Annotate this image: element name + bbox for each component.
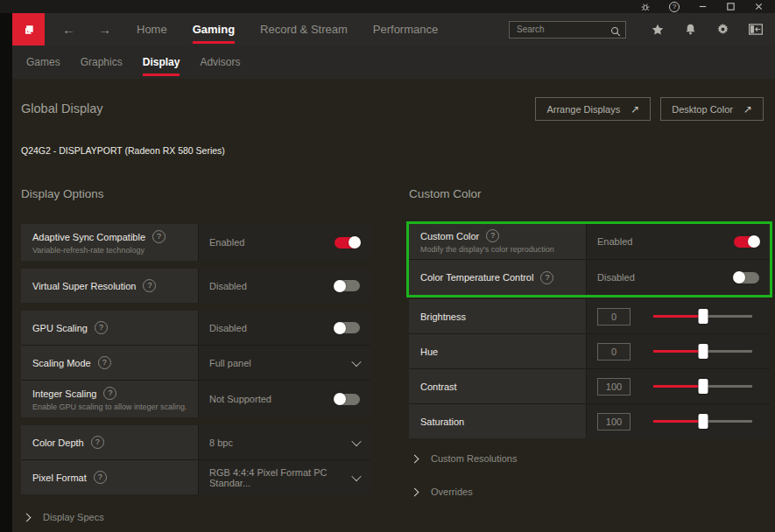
minimize-icon[interactable] [698,2,708,11]
setting-label: Custom Color [420,231,479,242]
nav-tab-gaming[interactable]: Gaming [193,13,235,46]
contrast-value-input[interactable] [597,378,631,396]
subnav-tab-graphics[interactable]: Graphics [81,46,123,79]
virtual-super-resolution-toggle[interactable] [335,280,360,291]
brightness-value-input[interactable] [597,308,631,326]
settings-icon[interactable] [716,23,729,36]
help-icon[interactable]: ? [669,2,680,12]
setting-label: Scaling Mode [32,358,91,368]
help-icon[interactable]: ? [152,230,166,243]
setting-row-adaptive-sync-compatible: Adaptive Sync Compatible?Variable-refres… [21,224,370,261]
hue-value-input[interactable] [597,343,631,360]
slider-fill [653,420,703,423]
setting-value-cell: Disabled [198,311,370,345]
setting-value-cell: Enabled [198,224,370,261]
custom-color-column: Custom Color Custom Color?Modify the dis… [409,187,770,497]
expander-label: Display Specs [43,512,104,522]
slider-thumb[interactable] [698,414,708,429]
titlebar: ? [0,0,775,13]
settings-card-highlighted: Custom Color?Modify the display's color … [409,224,770,295]
slider-thumb[interactable] [698,344,708,359]
help-icon[interactable]: ? [94,471,107,484]
setting-value: Full panel [209,358,353,368]
pixel-format-dropdown[interactable]: RGB 4:4:4 Pixel Format PC Standar... [198,460,370,494]
display-device-name: Q24G2 - DISPLAYPORT (Radeon RX 580 Serie… [21,145,225,156]
expander-custom-resolutions[interactable]: Custom Resolutions [409,453,770,464]
setting-value: Enabled [597,236,734,247]
gpu-scaling-toggle[interactable] [335,322,360,333]
maximize-icon[interactable] [726,2,736,11]
amd-logo[interactable] [12,13,45,46]
subnav-tab-advisors[interactable]: Advisors [200,46,240,79]
help-icon[interactable]: ? [486,229,499,242]
hue-slider[interactable] [653,344,752,359]
scaling-mode-dropdown[interactable]: Full panel [198,346,370,380]
color-depth-dropdown[interactable]: 8 bpc [198,425,370,459]
subnav-tab-display[interactable]: Display [143,46,180,79]
settings-card: Adaptive Sync Compatible?Variable-refres… [21,224,370,261]
chevron-right-icon [411,454,419,463]
setting-subtitle: Enable GPU scaling to allow integer scal… [32,402,198,411]
adaptive-sync-compatible-toggle[interactable] [335,237,360,248]
setting-subtitle: Variable-refresh-rate technology [32,246,198,255]
expander-overrides[interactable]: Overrides [409,486,770,497]
expander-display-specs[interactable]: Display Specs [21,512,370,522]
saturation-value-input[interactable] [597,413,631,430]
display-options-column: Display Options Adaptive Sync Compatible… [21,187,370,522]
setting-value: RGB 4:4:4 Pixel Format PC Standar... [209,467,353,488]
help-icon[interactable]: ? [540,271,553,284]
arrange-displays-button[interactable]: Arrange Displays↗ [535,97,651,121]
color-temperature-control-toggle[interactable] [734,272,759,284]
forward-arrow-icon[interactable]: → [98,23,111,36]
favorites-icon[interactable] [651,23,665,37]
help-icon[interactable]: ? [143,279,156,292]
desktop-color-button[interactable]: Desktop Color↗ [660,97,764,121]
setting-label-cell: Pixel Format? [21,460,198,494]
brightness-slider[interactable] [653,309,752,324]
setting-value: Disabled [209,281,335,291]
slider-track [653,385,752,388]
setting-row-gpu-scaling: GPU Scaling?Disabled [21,311,370,345]
titlebar-icons: ? [640,0,775,13]
nav-tab-performance[interactable]: Performance [373,13,438,46]
external-link-icon: ↗ [631,103,639,116]
setting-label: Hue [420,346,438,357]
slider-track [653,315,752,318]
setting-value: Disabled [209,323,335,333]
help-icon[interactable]: ? [95,321,108,334]
subnav-tab-games[interactable]: Games [26,46,60,79]
setting-label: Pixel Format [32,472,87,483]
custom-color-toggle[interactable] [734,236,759,248]
help-icon[interactable]: ? [103,387,116,400]
help-icon[interactable]: ? [91,436,104,449]
back-arrow-icon[interactable]: ← [62,23,75,36]
bug-report-icon[interactable] [640,2,651,12]
setting-value: 8 bpc [209,438,353,448]
setting-row-saturation: Saturation [409,403,770,438]
setting-row-contrast: Contrast [409,368,770,403]
setting-label-cell: Contrast [409,369,586,403]
toggle-knob [733,271,745,284]
collapse-panel-icon[interactable] [749,24,763,35]
nav-tab-record-stream[interactable]: Record & Stream [260,13,348,46]
help-icon[interactable]: ? [98,356,111,369]
integer-scaling-toggle[interactable] [335,394,360,405]
setting-label-cell: Hue [409,334,586,368]
contrast-slider[interactable] [653,379,752,394]
close-icon[interactable] [754,2,764,11]
nav-tab-home[interactable]: Home [137,13,167,46]
search-input[interactable] [509,21,626,38]
slider-thumb[interactable] [698,379,708,394]
main-nav-tabs: HomeGamingRecord & StreamPerformance [111,13,438,46]
search-icon[interactable] [610,24,621,40]
setting-label-cell: Brightness [409,299,586,333]
setting-subtitle: Modify the display's color reproduction [420,245,586,254]
setting-row-pixel-format: Pixel Format?RGB 4:4:4 Pixel Format PC S… [21,459,370,494]
settings-card: Color Depth?8 bpcPixel Format?RGB 4:4:4 … [21,425,370,494]
slider-track [653,420,752,423]
slider-thumb[interactable] [698,309,708,324]
notifications-icon[interactable] [684,23,697,36]
setting-label-cell: GPU Scaling? [21,311,198,345]
setting-label-cell: Scaling Mode? [21,346,198,380]
saturation-slider[interactable] [653,414,752,429]
